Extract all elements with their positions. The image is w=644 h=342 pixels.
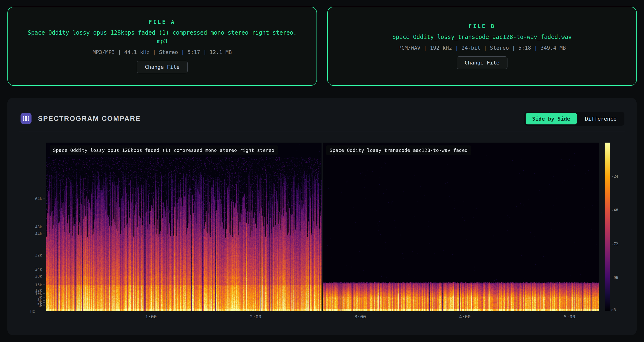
tick-mark (43, 306, 45, 306)
file-a-meta: MP3/MP3 | 44.1 kHz | Stereo | 5:17 | 12.… (92, 49, 232, 55)
file-a-card: FILE A Space Oddity_lossy_opus_128kbps_f… (8, 7, 317, 86)
colorbar-label: -96 (611, 275, 618, 280)
time-axis-label: 2:00 (250, 314, 261, 319)
file-a-filename: Space Oddity_lossy_opus_128kbps_faded (1… (26, 29, 298, 46)
freq-axis-label: 64k (35, 197, 45, 201)
spectrogram-b-canvas (323, 143, 599, 311)
colorbar-label: -24 (611, 174, 618, 179)
tick-mark (43, 198, 45, 199)
freq-axis-label: 44k (35, 232, 45, 236)
spectrogram-b-title: Space Oddity_lossy_transcode_aac128-to-w… (326, 145, 471, 155)
header-divider (18, 132, 626, 132)
freq-axis-unit: Hz (30, 309, 35, 313)
section-title: SPECTROGRAM COMPARE (38, 115, 140, 123)
view-mode-button[interactable]: Side by Side (526, 113, 577, 124)
freq-axis: 64k 48k 44k 32k 24k 20k (8, 143, 45, 311)
spectrogram-compare-panel: SPECTROGRAM COMPARE Side by SideDifferen… (8, 98, 636, 335)
tick-mark (43, 269, 45, 269)
freq-axis-label: 3k (38, 303, 45, 308)
time-axis-label: 5:00 (564, 314, 575, 319)
spectrogram-a-title: Space Oddity_lossy_opus_128kbps_faded (1… (50, 145, 278, 155)
file-b-change-file-button[interactable]: Change File (456, 56, 508, 69)
spectrogram-b-plot: Space Oddity_lossy_transcode_aac128-to-w… (323, 143, 599, 311)
spectrogram-a-plot: Space Oddity_lossy_opus_128kbps_faded (1… (46, 143, 322, 311)
tick-mark (43, 293, 45, 294)
tick-mark (43, 297, 45, 297)
split-view-icon (20, 113, 32, 124)
tick-mark (43, 276, 45, 276)
tick-mark (43, 285, 45, 285)
file-a-change-file-button[interactable]: Change File (137, 61, 188, 73)
file-b-label: FILE B (469, 24, 496, 29)
freq-axis-label: 20k (35, 274, 45, 278)
tick-mark (43, 227, 45, 227)
file-a-label: FILE A (149, 19, 176, 25)
freq-axis-label: 15k (35, 282, 45, 287)
freq-axis-label: 24k (35, 267, 45, 271)
freq-axis-label: 48k (35, 225, 45, 229)
tick-mark (43, 255, 45, 255)
time-axis-label: 1:00 (145, 314, 156, 319)
freq-axis-label: 32k (35, 253, 45, 257)
spectrogram-a-canvas (46, 143, 322, 311)
time-axis-label: 4:00 (459, 314, 470, 319)
time-axis-label: 3:00 (354, 314, 366, 319)
view-mode-button[interactable]: Difference (578, 113, 623, 124)
tick-mark (43, 234, 45, 234)
colorbar-unit: dB (611, 308, 616, 312)
file-b-card: FILE B Space Oddity_lossy_transcode_aac1… (327, 7, 637, 86)
file-b-filename: Space Oddity_lossy_transcode_aac128-to-w… (392, 33, 572, 41)
file-b-meta: PCM/WAV | 192 kHz | 24-bit | Stereo | 5:… (398, 45, 566, 51)
colorbar-label: -48 (611, 208, 618, 212)
view-mode-toggle: Side by SideDifference (524, 112, 624, 126)
colorbar-label: -72 (611, 241, 618, 246)
colorbar-labels: -24-48-72-96 (611, 143, 628, 311)
colorbar (604, 143, 610, 311)
time-axis: 1:002:003:004:005:00 (46, 314, 599, 321)
tick-mark (43, 290, 45, 290)
